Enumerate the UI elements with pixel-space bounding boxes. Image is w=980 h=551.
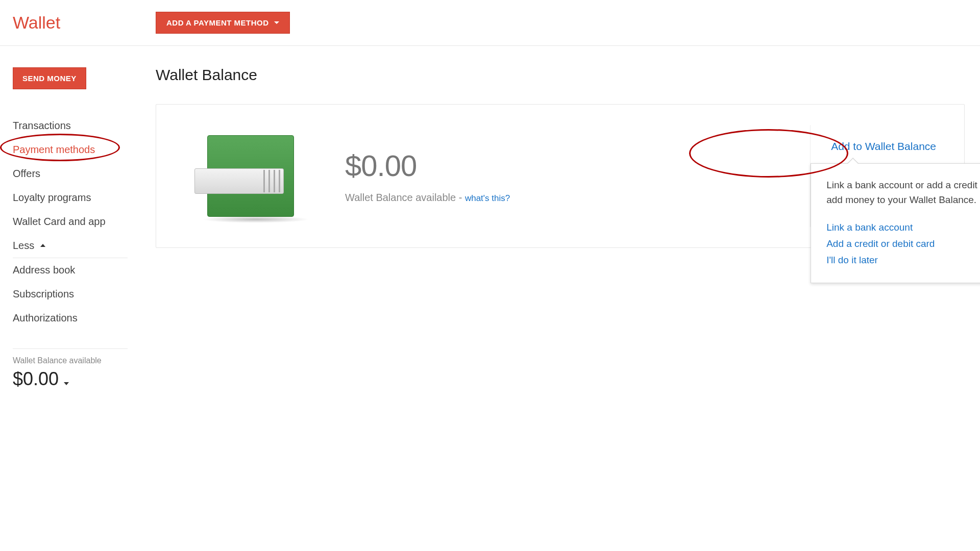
popover-body-text: Link a bank account or add a credit or d… [826,178,980,207]
sidebar: SEND MONEY Transactions Payment methods … [0,46,143,390]
caret-down-icon [274,21,279,24]
sidebar-balance-label: Wallet Balance available [13,356,143,365]
sidebar-item-transactions[interactable]: Transactions [13,114,143,138]
wallet-money-clip-icon [192,125,309,227]
caret-up-icon [40,244,45,247]
sidebar-item-subscriptions[interactable]: Subscriptions [13,282,143,306]
sidebar-item-authorizations[interactable]: Authorizations [13,306,143,330]
sidebar-item-address-book[interactable]: Address book [13,258,143,282]
app-title: Wallet [13,13,156,33]
sidebar-item-payment-methods[interactable]: Payment methods [13,138,143,162]
main-content: Wallet Balance $0.00 Wallet Balance avai… [143,46,980,390]
balance-text-block: $0.00 Wallet Balance available - what's … [345,148,510,204]
card-right-column: Add to Wallet Balance Link a bank accoun… [810,125,936,227]
sidebar-item-loyalty-programs[interactable]: Loyalty programs [13,186,143,210]
wallet-balance-subtext: Wallet Balance available - what's this? [345,192,510,204]
sidebar-balance-dropdown[interactable]: $0.00 [13,368,143,390]
add-payment-method-label: ADD A PAYMENT METHOD [166,18,269,27]
do-it-later-link[interactable]: I'll do it later [826,252,980,268]
add-credit-debit-card-link[interactable]: Add a credit or debit card [826,236,980,252]
sidebar-balance-amount: $0.00 [13,368,59,390]
sidebar-item-less-label: Less [13,240,34,252]
send-money-button[interactable]: SEND MONEY [13,67,86,89]
sidebar-divider [13,348,128,349]
add-balance-popover: Link a bank account or add a credit or d… [811,163,980,283]
add-payment-method-button[interactable]: ADD A PAYMENT METHOD [156,12,290,34]
link-bank-account-link[interactable]: Link a bank account [826,219,980,236]
whats-this-link[interactable]: what's this? [465,193,510,203]
sidebar-item-less[interactable]: Less [13,234,128,258]
page-title: Wallet Balance [156,66,965,84]
top-bar: Wallet ADD A PAYMENT METHOD [0,0,980,46]
sidebar-item-wallet-card-and-app[interactable]: Wallet Card and app [13,210,143,234]
wallet-balance-amount: $0.00 [345,148,510,183]
wallet-balance-card: $0.00 Wallet Balance available - what's … [156,104,965,248]
add-to-wallet-balance-link[interactable]: Add to Wallet Balance [831,140,936,153]
caret-down-icon [64,382,69,385]
wallet-balance-sub-label: Wallet Balance available - [345,192,465,203]
sidebar-item-offers[interactable]: Offers [13,162,143,186]
